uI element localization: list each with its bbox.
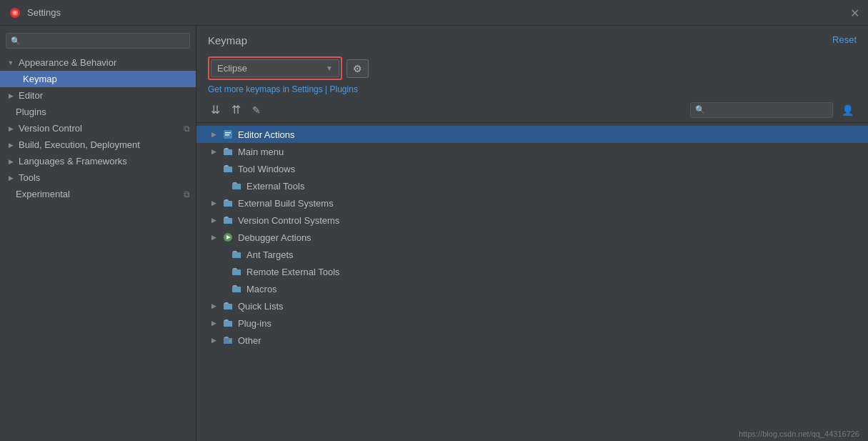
languages-arrow: ▶ bbox=[6, 157, 16, 167]
ant-targets-icon bbox=[231, 249, 242, 260]
debugger-actions-arrow: ▶ bbox=[208, 232, 219, 243]
title-bar: Settings ✕ bbox=[0, 0, 868, 26]
main-menu-arrow: ▶ bbox=[208, 146, 219, 157]
keymap-toolbar: ⇊ ⇈ ✎ 🔍 👤 bbox=[196, 97, 868, 123]
experimental-copy-icon: ⧉ bbox=[184, 189, 190, 199]
external-build-label: External Build Systems bbox=[238, 198, 334, 209]
sidebar-item-label-languages: Languages & Frameworks bbox=[19, 156, 127, 167]
debugger-actions-icon bbox=[222, 232, 234, 243]
editor-actions-label: Editor Actions bbox=[238, 129, 295, 140]
main-menu-icon bbox=[222, 146, 234, 157]
app-icon bbox=[9, 6, 21, 19]
version-control-sys-icon bbox=[222, 214, 234, 226]
tree-item-main-menu[interactable]: ▶ Main menu bbox=[196, 143, 868, 160]
sidebar-item-build[interactable]: ▶ Build, Execution, Deployment bbox=[0, 137, 196, 153]
sidebar-item-experimental[interactable]: Experimental ⧉ bbox=[0, 186, 196, 202]
sidebar-item-label-plugins: Plugins bbox=[16, 106, 46, 117]
svg-point-8 bbox=[229, 340, 231, 342]
plug-ins-label: Plug-ins bbox=[238, 318, 271, 329]
content-header: Keymap Reset bbox=[196, 26, 868, 52]
edit-icon: ✎ bbox=[252, 104, 261, 116]
sidebar-item-label-keymap: Keymap bbox=[23, 74, 57, 84]
tree-item-other[interactable]: ▶ Other bbox=[196, 332, 868, 349]
content-area: Keymap Reset Eclipse ▼ ⚙ Get more keymap… bbox=[196, 26, 868, 441]
version-control-sys-arrow: ▶ bbox=[208, 214, 219, 226]
expand-all-button[interactable]: ⇊ bbox=[208, 101, 223, 118]
tree-list: ▶ Editor Actions ▶ Main menu ▶ bbox=[196, 123, 868, 441]
other-arrow: ▶ bbox=[208, 335, 219, 346]
keymap-dropdown-wrapper: Eclipse ▼ bbox=[208, 56, 342, 80]
tree-search-icon: 🔍 bbox=[695, 105, 705, 114]
tool-windows-icon bbox=[222, 163, 234, 174]
collapse-all-icon: ⇈ bbox=[231, 103, 241, 117]
svg-rect-4 bbox=[225, 132, 231, 134]
tools-arrow: ▶ bbox=[6, 173, 16, 183]
collapse-all-button[interactable]: ⇈ bbox=[229, 101, 244, 118]
editor-arrow: ▶ bbox=[6, 91, 16, 101]
svg-point-2 bbox=[14, 11, 16, 14]
version-control-arrow: ▶ bbox=[6, 124, 16, 134]
sidebar-item-languages[interactable]: ▶ Languages & Frameworks bbox=[0, 153, 196, 169]
external-tools-icon bbox=[231, 180, 242, 192]
sidebar-item-label-editor: Editor bbox=[19, 90, 43, 101]
external-build-arrow: ▶ bbox=[208, 197, 219, 209]
external-build-icon bbox=[222, 197, 234, 209]
svg-rect-5 bbox=[225, 134, 229, 136]
build-arrow: ▶ bbox=[6, 140, 16, 150]
version-control-sys-label: Version Control Systems bbox=[238, 215, 339, 226]
keymap-dropdown-arrow-icon: ▼ bbox=[326, 64, 333, 72]
sidebar-item-plugins[interactable]: Plugins bbox=[0, 104, 196, 120]
appearance-arrow: ▼ bbox=[6, 58, 16, 68]
sidebar-item-version-control[interactable]: ▶ Version Control ⧉ bbox=[0, 120, 196, 137]
edit-button[interactable]: ✎ bbox=[249, 103, 264, 117]
reset-link[interactable]: Reset bbox=[832, 34, 857, 45]
tree-item-version-control-sys[interactable]: ▶ Version Control Systems bbox=[196, 212, 868, 229]
editor-actions-arrow: ▶ bbox=[208, 129, 219, 140]
keymap-dropdown-value: Eclipse bbox=[217, 63, 320, 74]
find-shortcut-button[interactable]: 👤 bbox=[839, 103, 857, 117]
remote-external-label: Remote External Tools bbox=[246, 267, 340, 277]
close-button[interactable]: ✕ bbox=[850, 6, 859, 19]
tree-item-external-tools[interactable]: External Tools bbox=[196, 177, 868, 194]
tree-item-editor-actions[interactable]: ▶ Editor Actions bbox=[196, 126, 868, 143]
gear-button[interactable]: ⚙ bbox=[346, 59, 369, 78]
tree-item-remote-external[interactable]: Remote External Tools bbox=[196, 263, 868, 280]
editor-actions-icon bbox=[222, 129, 234, 140]
main-menu-label: Main menu bbox=[238, 147, 284, 157]
sidebar-search-box[interactable]: 🔍 bbox=[6, 33, 190, 49]
tree-item-macros[interactable]: Macros bbox=[196, 280, 868, 297]
sidebar: 🔍 ▼ Appearance & Behavior Keymap ▶ Edito… bbox=[0, 26, 196, 441]
status-bar: https://blog.csdn.net/qq_44316726 bbox=[730, 427, 868, 441]
sidebar-search-icon: 🔍 bbox=[11, 36, 21, 46]
keymap-plugins-link[interactable]: Get more keymaps in Settings | Plugins bbox=[208, 84, 857, 94]
keymap-dropdown[interactable]: Eclipse ▼ bbox=[211, 59, 339, 77]
tree-search-box[interactable]: 🔍 bbox=[690, 102, 833, 118]
version-control-copy-icon: ⧉ bbox=[184, 124, 190, 134]
status-url: https://blog.csdn.net/qq_44316726 bbox=[739, 430, 859, 438]
plug-ins-arrow: ▶ bbox=[208, 317, 219, 329]
tree-item-ant-targets[interactable]: Ant Targets bbox=[196, 246, 868, 263]
tree-search-input[interactable] bbox=[708, 105, 828, 115]
sidebar-item-tools[interactable]: ▶ Tools bbox=[0, 169, 196, 186]
keymap-row: Eclipse ▼ ⚙ Get more keymaps in Settings… bbox=[196, 52, 868, 97]
sidebar-item-appearance[interactable]: ▼ Appearance & Behavior bbox=[0, 54, 196, 71]
tree-item-tool-windows[interactable]: ▶ Tool Windows bbox=[196, 160, 868, 177]
tree-item-plug-ins[interactable]: ▶ Plug-ins bbox=[196, 314, 868, 332]
macros-label: Macros bbox=[246, 284, 277, 294]
sidebar-item-keymap[interactable]: Keymap bbox=[0, 71, 196, 87]
tree-item-debugger-actions[interactable]: ▶ Debugger Actions bbox=[196, 229, 868, 246]
sidebar-item-editor[interactable]: ▶ Editor bbox=[0, 87, 196, 104]
sidebar-item-label-version-control: Version Control bbox=[19, 123, 82, 134]
find-shortcut-icon: 👤 bbox=[842, 104, 854, 116]
external-tools-label: External Tools bbox=[246, 181, 304, 192]
macros-icon bbox=[231, 283, 242, 294]
tree-item-external-build[interactable]: ▶ External Build Systems bbox=[196, 194, 868, 212]
plug-ins-icon bbox=[222, 317, 234, 329]
sidebar-search-input[interactable] bbox=[24, 36, 185, 46]
sidebar-item-label-appearance: Appearance & Behavior bbox=[19, 57, 116, 68]
expand-all-icon: ⇊ bbox=[211, 103, 220, 117]
remote-external-icon bbox=[231, 266, 242, 277]
tool-windows-label: Tool Windows bbox=[238, 164, 295, 174]
other-icon bbox=[222, 335, 234, 346]
tree-item-quick-lists[interactable]: ▶ Quick Lists bbox=[196, 297, 868, 314]
